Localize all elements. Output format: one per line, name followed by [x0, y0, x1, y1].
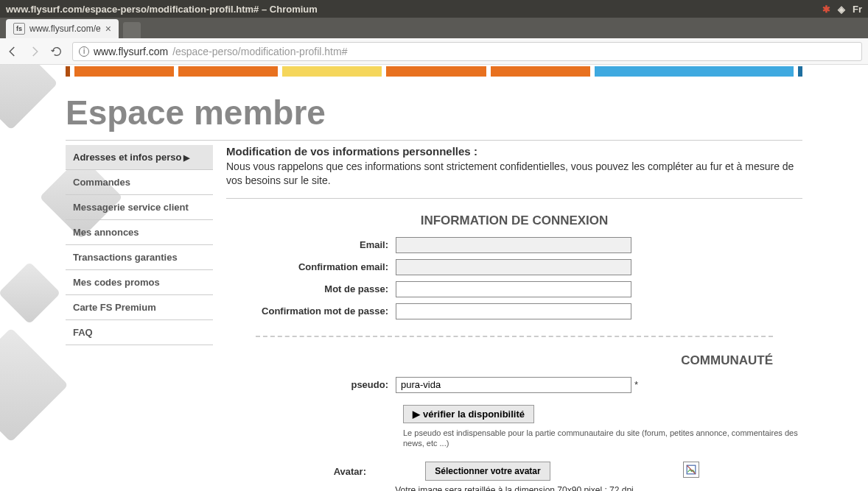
- window-title: www.flysurf.com/espace-perso/modificatio…: [6, 4, 822, 15]
- confirm-password-field[interactable]: [396, 303, 631, 319]
- divider: [226, 198, 802, 199]
- sidebar-item-messagerie[interactable]: Messagerie service client: [66, 195, 213, 220]
- sidebar-item-label: FAQ: [73, 327, 93, 338]
- sidebar-item-adresses[interactable]: Adresses et infos perso: [66, 145, 213, 170]
- password-field[interactable]: [396, 281, 631, 297]
- locale-indicator[interactable]: Fr: [853, 4, 862, 15]
- email-label: Email:: [226, 239, 396, 250]
- pseudo-field[interactable]: [396, 377, 631, 393]
- site-info-icon[interactable]: i: [79, 46, 89, 57]
- intro-text: Nous vous rappelons que ces informations…: [226, 160, 802, 188]
- confirm-password-label: Confirmation mot de passe:: [226, 305, 396, 317]
- sidebar-nav: Adresses et infos perso Commandes Messag…: [66, 145, 213, 491]
- sidebar-item-faq[interactable]: FAQ: [66, 320, 213, 345]
- confirm-email-label: Confirmation email:: [226, 261, 396, 272]
- sidebar-item-label: Mes annonces: [73, 227, 139, 238]
- page-title: Espace membre: [66, 93, 802, 133]
- sidebar-item-codes-promos[interactable]: Mes codes promos: [66, 270, 213, 295]
- wifi-icon[interactable]: ◈: [838, 4, 845, 15]
- sidebar-item-label: Transactions garanties: [73, 252, 178, 263]
- select-avatar-button[interactable]: Sélectionner votre avatar: [425, 462, 550, 481]
- sidebar-item-label: Carte FS Premium: [73, 302, 156, 313]
- confirm-email-field[interactable]: [396, 259, 631, 275]
- sidebar-item-label: Adresses et infos perso: [73, 152, 181, 163]
- sidebar-item-transactions[interactable]: Transactions garanties: [66, 245, 213, 270]
- browser-tab[interactable]: fs www.flysurf.com/e ×: [6, 19, 119, 38]
- main-panel: Modification de vos informations personn…: [226, 145, 802, 491]
- pseudo-label: pseudo:: [226, 379, 396, 390]
- url-host: www.flysurf.com: [94, 46, 168, 57]
- broken-image-icon: [686, 464, 696, 475]
- sidebar-item-carte-premium[interactable]: Carte FS Premium: [66, 295, 213, 320]
- sidebar-item-annonces[interactable]: Mes annonces: [66, 220, 213, 245]
- avatar-button-label: Sélectionner votre avatar: [435, 466, 540, 476]
- reload-button[interactable]: [50, 45, 63, 58]
- intro-heading: Modification de vos informations personn…: [226, 145, 802, 158]
- url-path: /espace-perso/modification-profil.htm#: [172, 46, 347, 57]
- page-content: Espace membre Adresses et infos perso Co…: [66, 65, 802, 491]
- check-button-label: vérifier la disponibilité: [423, 409, 525, 420]
- browser-toolbar: i www.flysurf.com/espace-perso/modificat…: [0, 38, 868, 65]
- tab-strip: fs www.flysurf.com/e ×: [0, 18, 868, 38]
- password-label: Mot de passe:: [226, 283, 396, 294]
- extension-icon[interactable]: ✱: [822, 4, 830, 15]
- section-title-connexion: INFORMATION DE CONNEXION: [226, 213, 802, 228]
- sidebar-item-label: Commandes: [73, 177, 130, 188]
- email-field[interactable]: [396, 237, 631, 253]
- back-button[interactable]: [6, 45, 19, 58]
- favicon-icon: fs: [13, 23, 25, 35]
- os-titlebar: www.flysurf.com/espace-perso/modificatio…: [0, 0, 868, 18]
- play-icon: ▶: [413, 409, 420, 420]
- sidebar-item-label: Messagerie service client: [73, 202, 189, 213]
- new-tab-button[interactable]: [123, 22, 141, 38]
- sidebar-item-commandes[interactable]: Commandes: [66, 170, 213, 195]
- pseudo-help-text: Le pseudo est indispensable pour la part…: [403, 428, 802, 449]
- avatar-label: Avatar:: [226, 462, 374, 477]
- sidebar-item-label: Mes codes promos: [73, 277, 160, 288]
- divider: [66, 140, 802, 141]
- check-availability-button[interactable]: ▶ vérifier la disponibilité: [403, 405, 534, 423]
- section-divider: [256, 336, 773, 337]
- avatar-help-text: Votre image sera retaillée à la dimensio…: [226, 485, 802, 491]
- tab-title: www.flysurf.com/e: [29, 24, 101, 34]
- required-asterisk: *: [634, 379, 638, 390]
- section-title-communaute: COMMUNAUTÉ: [226, 353, 802, 368]
- address-bar[interactable]: i www.flysurf.com/espace-perso/modificat…: [72, 42, 862, 61]
- forward-button[interactable]: [28, 45, 41, 58]
- top-nav-banner: [66, 65, 802, 80]
- close-tab-icon[interactable]: ×: [105, 23, 111, 35]
- avatar-preview: [683, 462, 699, 478]
